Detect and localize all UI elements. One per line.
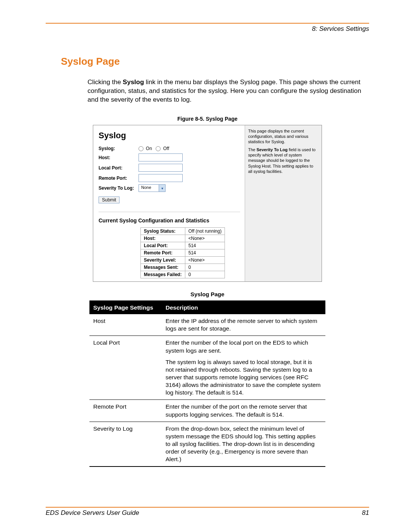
intro-paragraph: Clicking the Syslog link in the menu bar… (88, 78, 369, 104)
syslog-radio-on[interactable]: On (139, 146, 152, 151)
syslog-radio-off[interactable]: Off (156, 146, 169, 151)
local-port-input[interactable] (139, 164, 183, 172)
stats-title: Current Syslog Configuration and Statist… (99, 217, 240, 224)
syslog-label: Syslog: (99, 146, 139, 151)
table-row: Remote Port:514 (141, 249, 225, 257)
chapter-header: 8: Services Settings (46, 25, 369, 33)
table-row: Syslog Status:Off (not running) (141, 228, 225, 235)
table-row: Local Port:514 (141, 242, 225, 249)
desc-caption: Syslog Page (46, 291, 369, 297)
help-sidebar: This page displays the current configura… (245, 125, 322, 281)
table-row: Messages Failed:0 (141, 271, 225, 278)
footer-page: 81 (362, 509, 369, 517)
severity-select[interactable]: None ▾ (139, 184, 166, 192)
chevron-down-icon: ▾ (159, 185, 165, 192)
submit-button[interactable]: Submit (99, 197, 119, 203)
table-row: Severity to LogFrom the drop-down box, s… (89, 422, 325, 466)
host-input[interactable] (139, 153, 183, 161)
footer-title: EDS Device Servers User Guide (46, 509, 139, 517)
remote-port-label: Remote Port: (99, 176, 139, 181)
table-row: Host:<None> (141, 235, 225, 242)
local-port-label: Local Port: (99, 165, 139, 171)
figure-caption: Figure 8-5. Syslog Page (46, 116, 369, 122)
table-row: Remote PortEnter the number of the port … (89, 400, 325, 422)
syslog-screenshot: Syslog Syslog: On Off Host: Local Port: … (93, 125, 322, 282)
page-title: Syslog Page (61, 56, 369, 67)
col-settings: Syslog Page Settings (89, 301, 162, 314)
stats-table: Syslog Status:Off (not running)Host:<Non… (140, 227, 225, 278)
remote-port-input[interactable] (139, 174, 183, 182)
panel-title: Syslog (99, 131, 240, 141)
table-row: Messages Sent:0 (141, 264, 225, 271)
table-row: Local PortEnter the number of the local … (89, 336, 325, 400)
table-row: Severity Level:<None> (141, 257, 225, 264)
host-label: Host: (99, 155, 139, 160)
table-row: HostEnter the IP address of the remote s… (89, 314, 325, 336)
col-description: Description (162, 301, 325, 314)
severity-label: Severity To Log: (99, 185, 139, 191)
settings-description-table: Syslog Page Settings Description HostEnt… (89, 300, 325, 467)
